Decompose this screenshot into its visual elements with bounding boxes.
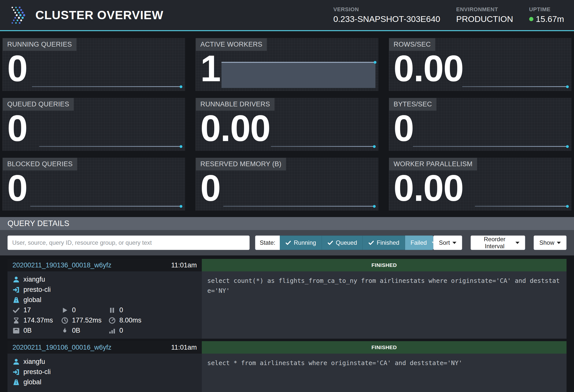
state-filter-failed-dropdown[interactable]: Failed [405,235,433,250]
sparkline-dot-icon [373,145,376,148]
query-source: presto-cli [23,286,51,294]
pause-icon [108,307,116,314]
parallelism-stat: 0 [108,327,123,334]
query-source-line: presto-cli [12,367,197,377]
environment-block: ENVIRONMENT PRODUCTION [456,6,513,24]
uptime-block: UPTIME 15.67m [529,6,564,24]
uptime-value: 15.67m [529,14,564,24]
state-filter-group: State: Running Queued Finished Failed [255,235,433,250]
query-time: 11:01am [171,261,197,269]
stat-card-value: 0.00 [200,110,270,147]
completed-splits-stat: 17 [12,306,61,314]
uptime-text: 15.67m [536,14,564,24]
query-details-title: QUERY DETAILS [7,219,70,228]
search-input[interactable] [7,235,250,250]
cluster-overview-page: CLUSTER OVERVIEW VERSION 0.233-SNAPSHOT-… [0,0,574,392]
query-row-header: 20200211_190136_00018_w6yfz 11:01am FINI… [7,259,567,271]
page-title: CLUSTER OVERVIEW [35,8,163,22]
elapsed-time-stat: 174.37ms [12,316,61,324]
query-id-link[interactable]: 20200211_190136_00018_w6yfz [12,261,111,269]
query-times-line: 174.37ms 177.52ms 8.00ms [12,315,197,325]
version-label: VERSION [333,6,440,13]
query-resource-group-line: global [12,377,197,387]
query-resource-group: global [23,296,41,304]
top-header: CLUSTER OVERVIEW VERSION 0.233-SNAPSHOT-… [0,0,574,31]
caret-down-icon [515,242,519,244]
stat-card-rows-sec: ROWS/SEC 0.00 [389,38,572,91]
query-row-body: xiangfu presto-cli global 17 [7,271,567,339]
check-icon [285,240,291,246]
sign-in-icon [12,286,20,294]
check-icon [327,240,333,246]
presto-logo-icon [9,5,27,25]
caret-down-icon [557,242,561,244]
stat-card-value: 0 [7,50,27,87]
query-status-banner: FINISHED [202,341,567,354]
sparkline-chart [223,206,374,207]
sparkline-chart [39,146,181,147]
query-row-body: xiangfu presto-cli global select * from … [7,354,567,392]
sort-dropdown[interactable]: Sort [433,235,462,250]
sparkline-dot-icon [566,205,569,208]
state-filter-finished[interactable]: Finished [363,235,405,250]
query-sql-panel: select count(*) as flights_from_ca_to_ny… [202,271,567,339]
uptime-status-dot-icon [529,17,533,21]
show-dropdown[interactable]: Show [534,235,567,250]
road-icon [12,296,20,304]
show-label: Show [539,239,554,246]
cluster-info: VERSION 0.233-SNAPSHOT-303E640 ENVIRONME… [333,6,564,24]
running-splits-stat: 0 [61,306,108,314]
uptime-label: UPTIME [529,6,564,13]
sparkline-dot-icon [374,61,376,64]
cumulative-memory-stat: 0B [61,327,108,334]
stat-card-value: 0.00 [394,50,463,87]
stat-card-value: 0 [394,110,414,147]
cluster-stats-grid: RUNNING QUERIES 0 ACTIVE WORKERS 1 ROWS/… [0,31,574,217]
stat-card-blocked-queries: BLOCKED QUERIES 0 [2,158,185,211]
cumulative-memory-value: 0B [72,327,80,334]
stat-card-bytes-sec: BYTES/SEC 0 [389,98,572,151]
query-row-header: 20200211_190106_00016_w6yfz 11:01am FINI… [7,341,567,354]
running-splits-value: 0 [72,306,76,314]
sparkline-chart [413,146,568,147]
query-source-line: presto-cli [12,285,197,295]
sparkline-dot-icon [180,85,182,88]
sparkline-dot-icon [180,205,182,208]
state-filter-running[interactable]: Running [280,235,322,250]
sparkline-chart [30,206,181,207]
queued-splits-stat: 0 [108,306,123,314]
query-splits-line: 17 0 0 [12,305,197,315]
state-filter-text: Finished [377,239,399,246]
stat-card-value: 0.00 [394,170,463,207]
sparkline-dot-icon [373,205,376,208]
stat-card-value: 0 [7,110,27,147]
query-resource-group-line: global [12,295,197,305]
query-list: 20200211_190136_00018_w6yfz 11:01am FINI… [0,255,574,392]
sort-label: Sort [439,239,450,246]
environment-value: PRODUCTION [456,14,513,24]
state-filter-text: Running [294,239,316,246]
query-user-line: xiangfu [12,357,197,367]
sparkline-chart [475,206,568,207]
state-filter-queued[interactable]: Queued [322,235,363,250]
toolbar-dropdowns: Sort Reorder Interval Show [433,235,567,250]
query-sql-panel: select * from airlinestats where origins… [202,354,567,392]
query-user-line: xiangfu [12,274,197,285]
reorder-interval-dropdown[interactable]: Reorder Interval [471,235,525,250]
total-time-stat: 177.52ms [61,316,108,324]
sparkline-chart [462,86,568,87]
parallelism-value: 0 [119,327,123,334]
query-meta-panel: xiangfu presto-cli global [7,354,202,392]
queued-splits-value: 0 [119,306,123,314]
version-block: VERSION 0.233-SNAPSHOT-303E640 [333,6,440,24]
clock-icon [61,317,69,324]
query-id-bar: 20200211_190136_00018_w6yfz 11:01am [7,259,202,271]
state-filter-label: State: [255,235,280,250]
query-id-link[interactable]: 20200211_190106_00016_w6yfz [12,344,111,351]
stat-card-value: 1 [200,50,220,87]
sparkline-chart [271,146,374,147]
query-id-bar: 20200211_190106_00016_w6yfz 11:01am [7,341,202,354]
check-icon [12,307,20,314]
caret-down-icon [452,242,456,244]
current-memory-value: 0B [23,327,32,334]
